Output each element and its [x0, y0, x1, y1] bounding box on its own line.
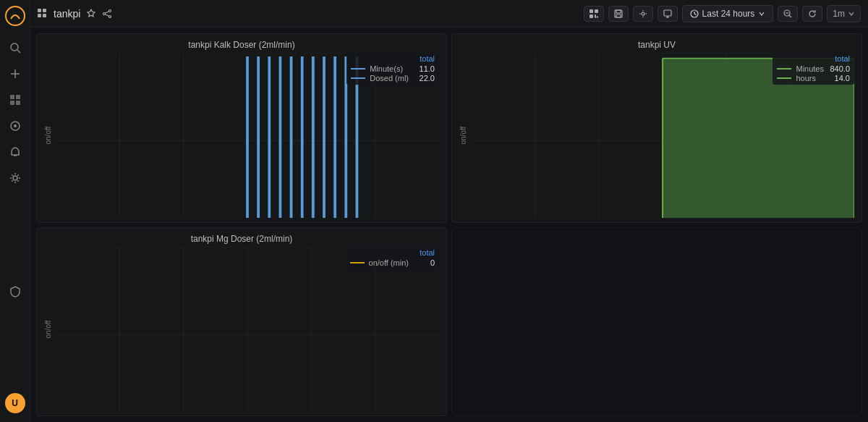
kalk-doser-title: tankpi Kalk Doser (2ml/min)	[44, 40, 439, 50]
zoom-out-button[interactable]	[778, 6, 798, 22]
sidebar: U	[0, 0, 30, 422]
svg-rect-26	[596, 16, 598, 17]
kalk-doser-legend-dosed: Dosed (ml) 22.0	[351, 74, 435, 83]
kalk-doser-body: on/off	[44, 53, 439, 218]
kalk-doser-legend-total: total	[351, 54, 435, 63]
kalk-doser-legend-minutes: Minute(s) 11.0	[351, 64, 435, 73]
svg-rect-7	[10, 101, 14, 105]
topbar: tankpi	[30, 0, 868, 28]
refresh-interval[interactable]: 1m	[827, 5, 861, 22]
mg-doser-area: 1 0 12:00 16:00 20:00 00:00 04:00 08:00	[56, 247, 439, 412]
svg-point-30	[642, 12, 644, 15]
kalk-doser-legend: total Minute(s) 11.0 Dosed (ml) 22.0	[346, 53, 439, 85]
time-range-selector[interactable]: Last 24 hours	[682, 5, 774, 22]
interval-chevron-icon	[848, 10, 855, 17]
star-icon[interactable]	[86, 9, 96, 19]
sidebar-item-alerts[interactable]	[2, 140, 28, 164]
uv-legend-minutes: Minutes 840.0	[777, 64, 850, 73]
svg-rect-14	[43, 9, 46, 12]
svg-point-1	[11, 43, 18, 51]
monitor-icon	[663, 9, 672, 18]
mg-onoff-line	[350, 262, 365, 263]
uv-title: tankpi UV	[459, 40, 854, 50]
user-avatar[interactable]: U	[5, 393, 25, 413]
zoom-out-icon	[783, 9, 792, 18]
svg-point-18	[103, 12, 106, 14]
app-logo[interactable]	[5, 6, 25, 26]
refresh-button[interactable]	[802, 6, 822, 22]
uv-body: on/off	[459, 53, 854, 218]
mg-doser-svg: 1 0	[56, 247, 439, 412]
svg-rect-16	[43, 14, 46, 17]
settings-button[interactable]	[633, 6, 653, 22]
svg-point-19	[109, 15, 111, 17]
clock-icon	[690, 9, 699, 18]
svg-line-39	[789, 15, 791, 17]
svg-rect-23	[595, 9, 598, 13]
sidebar-item-dashboards[interactable]	[2, 88, 28, 111]
kalk-doser-y-label: on/off	[44, 53, 56, 218]
refresh-icon	[808, 9, 817, 18]
uv-legend-hours: hours 14.0	[777, 74, 850, 83]
sidebar-item-settings[interactable]	[2, 166, 28, 190]
uv-legend: total Minutes 840.0 hours 14.0	[773, 53, 854, 85]
sidebar-item-shield[interactable]	[2, 280, 28, 303]
uv-minutes-line	[777, 68, 791, 69]
svg-rect-6	[16, 95, 20, 99]
mg-doser-y-label: on/off	[44, 247, 56, 412]
svg-rect-15	[38, 14, 41, 17]
uv-y-label: on/off	[459, 53, 471, 218]
sidebar-item-explore[interactable]	[2, 114, 28, 138]
save-button[interactable]	[608, 6, 629, 22]
empty-panel	[451, 227, 862, 417]
page-title: tankpi	[54, 8, 80, 20]
svg-rect-22	[590, 9, 593, 13]
mg-doser-svg-wrap: 1 0	[56, 247, 439, 412]
svg-rect-8	[16, 101, 20, 105]
svg-line-20	[106, 11, 109, 12]
svg-rect-31	[664, 10, 671, 16]
mg-doser-legend: total on/off (min) 0	[346, 247, 439, 269]
minutes-line-color	[351, 68, 365, 69]
svg-line-36	[694, 14, 697, 15]
uv-panel: tankpi UV on/off	[451, 33, 862, 223]
dosed-line-color	[351, 77, 365, 79]
add-panel-button[interactable]	[584, 6, 604, 22]
mg-doser-panel: tankpi Mg Doser (2ml/min) on/off	[36, 227, 447, 417]
kalk-doser-panel: tankpi Kalk Doser (2ml/min) on/off	[36, 33, 447, 223]
uv-legend-total: total	[777, 54, 850, 63]
share-icon[interactable]	[102, 9, 112, 19]
svg-line-21	[106, 14, 109, 15]
svg-point-17	[109, 9, 111, 12]
svg-rect-28	[616, 10, 621, 13]
mg-doser-legend-onoff: on/off (min) 0	[350, 258, 435, 267]
topbar-actions: Last 24 hours 1m	[584, 5, 861, 22]
mg-doser-legend-total: total	[350, 248, 435, 257]
svg-rect-29	[616, 14, 621, 17]
svg-rect-25	[595, 14, 596, 18]
charts-grid: tankpi Kalk Doser (2ml/min) on/off	[30, 28, 868, 422]
save-icon	[614, 9, 623, 18]
svg-line-2	[17, 50, 20, 53]
sidebar-item-search[interactable]	[2, 36, 28, 59]
uv-hours-line	[777, 77, 791, 79]
sidebar-item-add[interactable]	[2, 62, 28, 85]
dashboard-icon	[38, 9, 48, 19]
svg-rect-5	[10, 95, 14, 99]
mg-doser-title: tankpi Mg Doser (2ml/min)	[44, 234, 439, 244]
settings-icon	[639, 9, 647, 18]
svg-rect-24	[590, 14, 593, 18]
monitor-button[interactable]	[658, 6, 678, 22]
svg-rect-13	[38, 9, 41, 12]
add-panel-icon	[590, 9, 598, 18]
chevron-down-icon	[758, 10, 765, 17]
svg-point-10	[14, 125, 17, 127]
main-area: tankpi	[30, 0, 868, 422]
mg-doser-body: on/off	[44, 247, 439, 412]
svg-point-12	[13, 176, 17, 180]
